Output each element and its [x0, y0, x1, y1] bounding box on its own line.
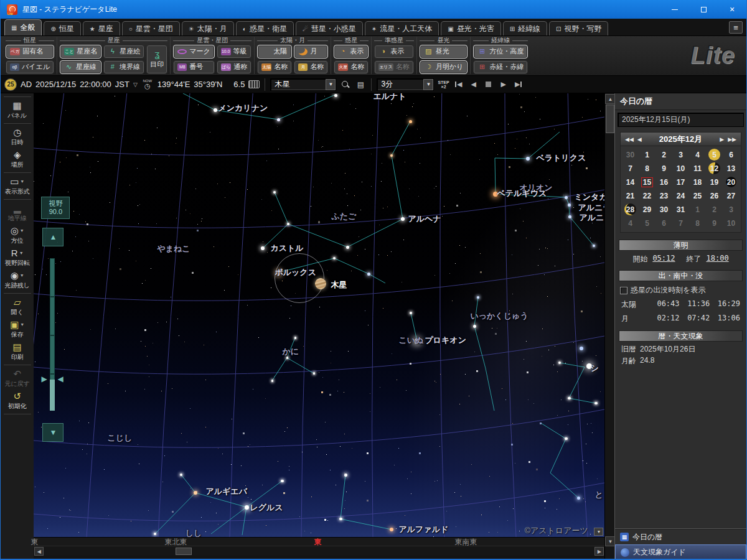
step-button[interactable]: STEP×2	[438, 80, 449, 89]
calendar-day[interactable]: 22	[639, 189, 655, 202]
fov-zoom-in-button[interactable]: ▲	[42, 228, 63, 246]
timezone-dropdown-icon[interactable]: ▽	[133, 82, 138, 88]
interval-select[interactable]: 3分 ▼	[377, 78, 434, 91]
toggle-通称[interactable]: ばら通称	[217, 60, 251, 74]
skip-start-button[interactable]: ◀	[453, 79, 464, 90]
calendar-prev-month-button[interactable]: ◀	[636, 136, 644, 142]
calendar-next-year-button[interactable]: ▶▶	[726, 136, 738, 142]
twilight-start-time[interactable]: 05:12	[652, 254, 675, 264]
calendar-day[interactable]: 20	[723, 175, 740, 189]
calendar-day[interactable]: 21	[622, 189, 639, 202]
planet-riseset-checkbox[interactable]	[620, 287, 627, 294]
toggle-星座絵[interactable]: ϟ星座絵	[103, 45, 144, 58]
calendar-day[interactable]: 16	[655, 175, 672, 189]
panel-tab-今日の暦[interactable]: ▦今日の暦	[615, 529, 746, 544]
calendar-day[interactable]: 7	[622, 162, 639, 175]
calendar-day[interactable]: 29	[639, 203, 655, 216]
calendar-day[interactable]: 28	[622, 203, 639, 216]
sidebar-item-保存[interactable]: ▣▼保存	[1, 318, 34, 340]
minimize-button[interactable]	[660, 0, 689, 19]
chevron-down-icon[interactable]: ▼	[326, 79, 336, 90]
vertical-scrollbar[interactable]: ▲ ▼	[604, 93, 614, 560]
step-back-button[interactable]: ◀	[468, 79, 479, 90]
panel-tab-天文現象ガイド[interactable]: 天文現象ガイド	[615, 544, 746, 560]
toggle-赤経・赤緯[interactable]: ⊞赤経・赤緯	[473, 60, 528, 74]
tab-星座[interactable]: ★星座	[83, 21, 120, 35]
now-clock-icon[interactable]: NOW◷	[141, 79, 154, 90]
fov-zoom-out-button[interactable]: ▼	[42, 423, 63, 442]
toggle-昼光[interactable]: ▨昼光	[420, 45, 468, 58]
calendar-day[interactable]: 3	[672, 148, 689, 161]
scroll-down-icon[interactable]: ▼	[605, 536, 615, 546]
calendar-day[interactable]: 26	[706, 189, 723, 202]
tab-恒星[interactable]: ⊕恒星	[44, 21, 80, 35]
calendar-day[interactable]: 18	[689, 175, 706, 189]
calendar-day[interactable]: 31	[672, 203, 689, 216]
latitude-value[interactable]: 35°39'N	[194, 80, 222, 89]
tab-経緯線[interactable]: ⊞経緯線	[503, 21, 547, 35]
calendar-day[interactable]: 5	[706, 148, 723, 161]
sidebar-item-視野回転[interactable]: R▼視野回転	[1, 246, 34, 269]
horizontal-scrollbar[interactable]: ◀ ▶	[34, 546, 604, 556]
toggle-月[interactable]: 月	[294, 45, 328, 58]
calendar-day[interactable]: 10	[723, 217, 740, 230]
toggle-表示[interactable]: ◔表示	[334, 45, 369, 58]
calendar-day[interactable]: 2	[706, 203, 723, 216]
sidebar-item-印刷[interactable]: ▤印刷	[1, 340, 34, 363]
toggle-境界線[interactable]: #境界線	[103, 60, 144, 74]
skip-end-button[interactable]: ▶	[513, 79, 524, 90]
hscroll-thumb[interactable]	[176, 548, 192, 555]
calendar-day[interactable]: 11	[689, 162, 706, 175]
time-value[interactable]: 22:00:00	[80, 80, 111, 89]
toggle-番号[interactable]: M8番号	[173, 60, 215, 74]
calendar-day[interactable]: 7	[672, 217, 689, 230]
maximize-button[interactable]	[689, 0, 718, 19]
calendar-day[interactable]: 4	[689, 148, 706, 161]
calendar-day[interactable]: 2	[655, 148, 672, 161]
toggle-マーク[interactable]: マーク	[173, 45, 215, 58]
stop-button[interactable]	[483, 79, 494, 90]
calendar-day[interactable]: 3	[723, 203, 740, 216]
calendar-day[interactable]: 30	[655, 203, 672, 216]
calendar-prev-year-button[interactable]: ◀◀	[623, 136, 636, 142]
calendar-day[interactable]: 6	[723, 148, 740, 161]
date-value[interactable]: 2025/12/15	[35, 80, 76, 89]
toggle-太陽[interactable]: 太陽	[257, 45, 292, 58]
calendar-day[interactable]: 1	[689, 203, 706, 216]
calendar-day[interactable]: 5	[639, 217, 655, 230]
calendar-day[interactable]: 19	[706, 175, 723, 189]
moon-age-icon[interactable]: 25	[4, 78, 17, 91]
list-icon[interactable]: ▤	[355, 79, 366, 90]
calendar-day[interactable]: 6	[655, 217, 672, 230]
sidebar-item-光跡残し[interactable]: ◉▼光跡残し	[1, 269, 34, 291]
chart-corner-dropdown[interactable]: ▼	[594, 528, 603, 536]
calendar-day[interactable]: 8	[639, 162, 655, 175]
toggle-名称[interactable]: 月名称	[294, 60, 328, 74]
calendar-day[interactable]: 25	[689, 189, 706, 202]
fov-slider-lower[interactable]	[50, 380, 55, 411]
menu-icon[interactable]: ≡	[729, 21, 743, 34]
calendar-day[interactable]: 1	[639, 148, 655, 161]
target-select[interactable]: 木星 ▼	[270, 78, 336, 91]
play-button[interactable]: ▶	[498, 79, 509, 90]
toggle-固有名[interactable]: ベガ固有名	[6, 45, 54, 58]
toggle-星座線[interactable]: ∿星座線	[60, 60, 101, 74]
calendar-day[interactable]: 24	[672, 189, 689, 202]
scroll-up-icon[interactable]: ▲	[605, 94, 615, 104]
magnitude-limit-value[interactable]: 6.5	[233, 80, 245, 89]
timezone-value[interactable]: JST	[115, 80, 129, 89]
toggle-名称[interactable]: 太陽名称	[257, 60, 292, 74]
tab-惑星・衛星[interactable]: ◐惑星・衛星	[236, 21, 294, 35]
tab-太陽・月[interactable]: ☀太陽・月	[182, 21, 234, 35]
twilight-end-time[interactable]: 18:00	[707, 254, 729, 264]
calendar-day[interactable]: 14	[622, 175, 639, 189]
vscroll-thumb[interactable]	[606, 105, 614, 133]
toggle-月明かり[interactable]: ☽月明かり	[420, 60, 468, 74]
calendar-day[interactable]: 23	[655, 189, 672, 202]
sidebar-item-開く[interactable]: ▱開く	[1, 296, 34, 318]
sidebar-item-表示形式[interactable]: ▭▼表示形式	[1, 175, 34, 197]
calendar-day[interactable]: 27	[723, 189, 740, 202]
sidebar-item-日時[interactable]: ◷日時	[1, 126, 34, 148]
toggle-バイエル[interactable]: αβバイエル	[6, 60, 54, 74]
tab-視野・写野[interactable]: ⊡視野・写野	[549, 21, 608, 35]
